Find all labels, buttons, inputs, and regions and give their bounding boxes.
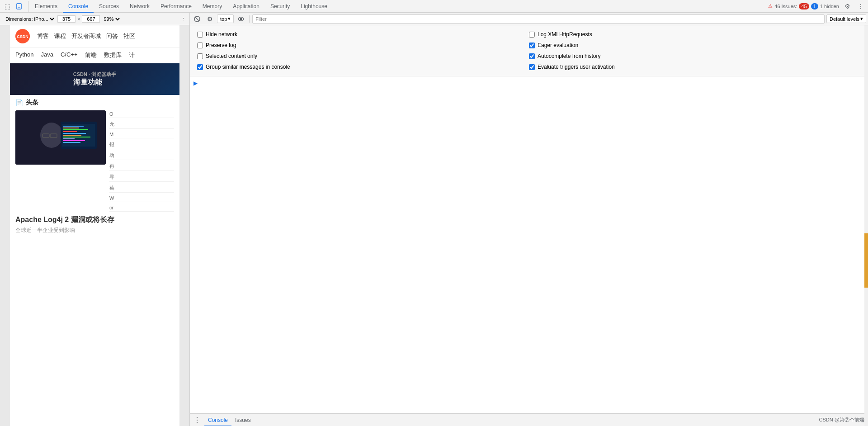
bottom-more-button[interactable]: ⋮ [193,416,201,424]
scrollbar-thumb[interactable] [864,233,868,288]
article-headline: Apache Log4j 2 漏洞或将长存 全球近一半企业受到影响 [10,212,179,238]
credit-text: CSDN @第⑦个前端 [819,417,864,423]
evaluate-triggers-label: Evaluate triggers user activation [538,64,615,70]
side-item-8: 英 [109,184,174,193]
context-selector[interactable]: top ▾ [217,14,234,23]
filter-input[interactable] [252,14,825,24]
cat-more[interactable]: 计 [129,51,135,59]
settings-col-right: Log XMLHttpRequests Eager evaluation Aut… [529,29,861,72]
side-item-1: O [109,110,174,118]
nav-blog[interactable]: 博客 [37,32,49,40]
preview-dimensions-toolbar: Dimensions: iPho... 375 × 667 99% ⋮ [0,13,189,25]
svg-rect-18 [63,140,85,141]
devtools-toolbar: ⬚ Elements Console Sources Network Perfo… [0,0,868,13]
console-expand-button[interactable]: ▶ [190,78,868,88]
svg-rect-19 [63,142,80,143]
preserve-log-input[interactable] [197,43,203,48]
height-input[interactable]: 667 [82,15,100,23]
nav-course[interactable]: 课程 [54,32,66,40]
eager-eval-checkbox[interactable]: Eager evaluation [529,40,861,51]
main-content: Dimensions: iPho... 375 × 667 99% ⋮ [0,13,868,426]
cat-cpp[interactable]: C/C++ [61,51,78,59]
banner-content: CSDN · 浏览器助手 海量功能 [73,71,116,87]
eager-eval-input[interactable] [529,43,535,48]
width-input[interactable]: 375 [57,15,75,23]
group-similar-label: Group similar messages in console [206,64,290,70]
device-toggle-button[interactable] [14,1,24,12]
preview-body: CSDN 博客 课程 开发者商城 问答 社区 [0,25,189,426]
selected-context-checkbox[interactable]: Selected context only [197,51,529,62]
nav-community[interactable]: 社区 [123,32,135,40]
levels-arrow-icon: ▾ [860,16,863,22]
cat-java[interactable]: Java [41,51,53,59]
log-xmlhttp-label: Log XMLHttpRequests [538,31,592,38]
section-label: 头条 [26,99,38,107]
tab-performance[interactable]: Performance [155,0,197,13]
issues-icon: ⚠ [768,3,773,9]
group-similar-checkbox[interactable]: Group similar messages in console [197,62,529,72]
settings-button[interactable]: ⚙ [842,1,853,12]
device-selector[interactable]: Dimensions: iPho... [4,16,56,22]
svg-rect-11 [63,128,79,128]
tab-memory[interactable]: Memory [197,0,227,13]
svg-rect-16 [63,137,90,137]
nav-qa[interactable]: 问答 [106,32,118,40]
evaluate-triggers-input[interactable] [529,64,535,70]
autocomplete-input[interactable] [529,53,535,59]
issues-count-label: 46 Issues: [774,4,797,9]
hide-network-checkbox[interactable]: Hide network [197,29,529,40]
eye-button[interactable] [236,14,246,24]
hide-network-input[interactable] [197,32,203,38]
side-item-10: cr [109,204,174,212]
side-item-3: M [109,131,174,138]
zoom-selector[interactable]: 99% [102,16,121,22]
cat-frontend[interactable]: 前端 [85,51,97,59]
tab-security[interactable]: Security [265,0,295,13]
more-options-button[interactable]: ⋮ [855,1,866,12]
tab-application[interactable]: Application [227,0,265,13]
evaluate-triggers-checkbox[interactable]: Evaluate triggers user activation [529,62,861,72]
bottom-tab-issues[interactable]: Issues [231,414,255,426]
console-settings-panel: Hide network Preserve log Selected conte… [190,25,868,76]
inspect-element-button[interactable]: ⬚ [2,1,13,12]
console-body[interactable]: ▶ [190,76,868,413]
csdn-categories: Python Java C/C++ 前端 数据库 计 [10,47,179,63]
autocomplete-checkbox[interactable]: Autocomplete from history [529,51,861,62]
tab-lighthouse[interactable]: Lighthouse [295,0,333,13]
toolbar-right: ⚠ 46 Issues: 45 1 1 hidden ⚙ ⋮ [768,1,866,12]
article-side: O 允 M 报 劝 再 寻 英 W cr [109,110,174,212]
article-subtitle: 全球近一半企业受到影响 [15,227,174,234]
tab-sources[interactable]: Sources [94,0,124,13]
clear-console-button[interactable] [192,14,203,24]
side-item-4: 报 [109,140,174,149]
tab-elements[interactable]: Elements [29,0,63,13]
levels-selector[interactable]: Default levels ▾ [826,14,866,23]
section-icon: 📄 [15,99,23,106]
bottom-tabs: ⋮ Console Issues CSDN @第⑦个前端 [190,413,868,426]
toolbar-tabs: Elements Console Sources Network Perform… [29,0,767,13]
autocomplete-label: Autocomplete from history [538,53,600,59]
log-xmlhttp-input[interactable] [529,32,535,38]
cat-python[interactable]: Python [15,51,33,59]
nav-devmarket[interactable]: 开发者商城 [71,32,101,40]
context-arrow-icon: ▾ [228,16,231,22]
svg-rect-15 [63,135,81,136]
toolbar-divider [249,15,250,23]
selected-context-label: Selected context only [206,53,257,59]
log-xmlhttp-checkbox[interactable]: Log XMLHttpRequests [529,29,861,40]
settings-toggle-button[interactable]: ⚙ [204,14,215,24]
selected-context-input[interactable] [197,53,203,59]
bottom-tab-console[interactable]: Console [204,414,231,426]
svg-line-21 [195,17,199,21]
more-preview-button[interactable]: ⋮ [181,16,186,22]
group-similar-input[interactable] [197,64,203,70]
article-image-inner [15,110,106,165]
svg-rect-0 [17,4,21,9]
cat-db[interactable]: 数据库 [104,51,122,59]
tab-network[interactable]: Network [124,0,155,13]
svg-rect-1 [18,7,20,8]
preserve-log-checkbox[interactable]: Preserve log [197,40,529,51]
console-toolbar: ⚙ top ▾ Default levels ▾ [190,13,868,25]
hidden-count: 1 hidden [820,4,839,9]
tab-console[interactable]: Console [63,0,94,13]
